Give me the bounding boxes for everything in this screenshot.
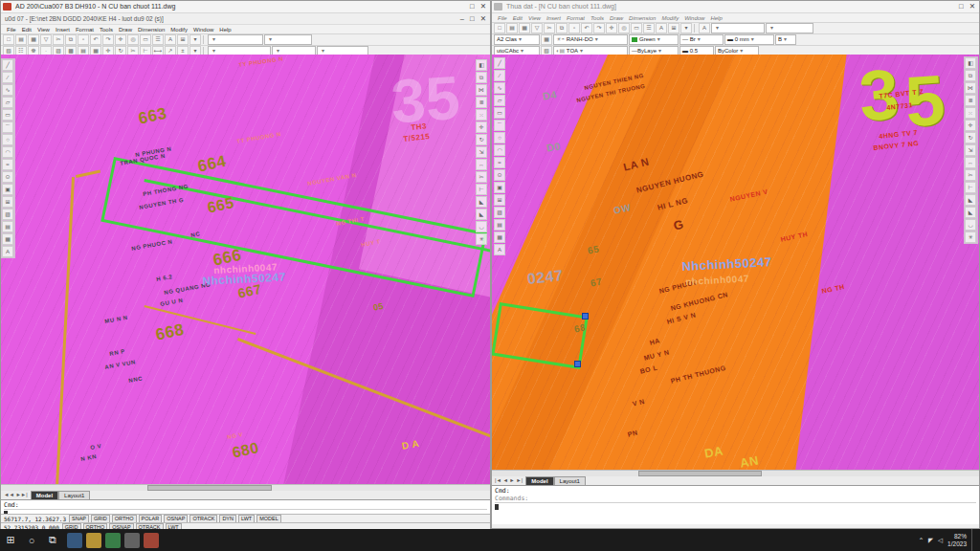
line-icon[interactable]: ╱: [2, 59, 13, 71]
rect-icon[interactable]: ▭: [2, 109, 13, 121]
line-icon[interactable]: ╱: [494, 57, 505, 69]
tab-model[interactable]: Model: [525, 476, 553, 485]
spline-icon[interactable]: ≈: [494, 157, 505, 168]
tab-nav-arrows[interactable]: ◄◄ ►►|: [1, 491, 31, 499]
right-dimstyle-dropdown[interactable]: ▾: [766, 23, 813, 33]
rect-icon[interactable]: ▭: [494, 107, 505, 119]
copy-icon[interactable]: ⧉: [965, 70, 976, 81]
erase-icon[interactable]: ◧: [476, 59, 487, 71]
menu-item[interactable]: View: [37, 27, 50, 33]
text-icon[interactable]: A: [494, 244, 505, 255]
left-command-area[interactable]: Cmd:: [1, 499, 490, 514]
undo-icon[interactable]: ↶: [581, 23, 592, 33]
right-modify-toolbar[interactable]: ◧⧉⋈≣⁙✛↻⇲↔✂⊢◣◣◡✳: [964, 56, 978, 244]
region-icon[interactable]: ▤: [494, 219, 505, 231]
show-desktop-button[interactable]: [971, 529, 976, 551]
zoom-icon[interactable]: ◎: [618, 23, 630, 33]
lineweight-dropdown[interactable]: ▬ 0 mm▾: [724, 34, 774, 45]
grip-point[interactable]: [574, 361, 581, 367]
open-icon[interactable]: ▤: [506, 23, 518, 33]
new-icon[interactable]: □: [3, 34, 14, 45]
text-icon[interactable]: A: [2, 246, 13, 257]
left-child-controls[interactable]: – □ ✕: [460, 13, 488, 24]
fillet-icon[interactable]: ◡: [476, 221, 487, 232]
right-command-area[interactable]: Cmd: Commands:: [492, 485, 979, 524]
list-icon[interactable]: ☰: [152, 34, 164, 45]
left-draw-toolbar[interactable]: ╱∕∿▱▭⌒○◠≈⊙▣⊞▨▤▦A: [1, 58, 15, 258]
network-icon[interactable]: ◤: [928, 537, 933, 544]
text-icon[interactable]: A: [165, 34, 176, 45]
workspace-dropdown[interactable]: A2 Clas▾: [494, 34, 540, 45]
taskbar-app-icon[interactable]: [105, 533, 121, 548]
cut-icon[interactable]: ✂: [544, 23, 555, 33]
array-icon[interactable]: ⁙: [965, 107, 976, 119]
plot-icon[interactable]: ▽: [531, 23, 543, 33]
menu-item[interactable]: Insert: [56, 27, 70, 33]
zoom-icon[interactable]: ◎: [127, 34, 139, 45]
linetype-dropdown[interactable]: — Br▾: [679, 34, 724, 45]
array-icon[interactable]: ⁙: [476, 109, 487, 121]
layer-dropdown[interactable]: ☀◓ RANH-DO▾: [553, 34, 628, 45]
offset-icon[interactable]: ≣: [476, 97, 487, 108]
menu-item[interactable]: Modify: [170, 27, 188, 33]
volume-icon[interactable]: ◁: [938, 537, 943, 544]
right-drawing-area[interactable]: 3 5 T7C BVT T Z 4N7731 4HNG TV 7 BNOVY 7…: [492, 55, 979, 470]
extend-icon[interactable]: ⊢: [476, 184, 487, 195]
menu-item[interactable]: Window: [193, 27, 213, 33]
menu-item[interactable]: File: [7, 27, 16, 33]
arc-icon[interactable]: ⌒: [2, 121, 13, 133]
save-icon[interactable]: ▦: [519, 23, 530, 33]
redo-icon[interactable]: ↷: [593, 23, 605, 33]
left-child-titlebar[interactable]: u0d 07 - [E:\net 2BN DGDD 2040\KE H4 - l…: [1, 13, 490, 25]
explode-icon[interactable]: ✳: [476, 233, 487, 245]
chamfer-icon[interactable]: ◣: [965, 207, 976, 218]
offset-icon[interactable]: ≣: [965, 95, 976, 106]
table-icon[interactable]: ▦: [2, 233, 13, 245]
polygon-icon[interactable]: ▱: [2, 97, 13, 108]
circle-icon[interactable]: ○: [494, 132, 505, 143]
down-icon[interactable]: ▾: [680, 23, 692, 33]
menu-item[interactable]: Draw: [610, 15, 623, 21]
block-icon[interactable]: ⊞: [668, 23, 679, 33]
new-icon[interactable]: □: [494, 23, 505, 33]
tray-expand-icon[interactable]: ⌃: [919, 537, 924, 544]
ellipse-icon[interactable]: ⊙: [494, 169, 505, 181]
explode-icon[interactable]: ✳: [965, 231, 976, 243]
spline-icon[interactable]: ≈: [2, 159, 13, 170]
block-icon[interactable]: ⊞: [177, 34, 189, 45]
cloud-icon[interactable]: ◠: [2, 146, 13, 158]
menu-item[interactable]: Format: [76, 27, 94, 33]
cut-icon[interactable]: ✂: [53, 34, 64, 45]
rect-icon[interactable]: ▭: [140, 34, 151, 45]
copy-icon[interactable]: ⧉: [65, 34, 77, 45]
start-button[interactable]: ⊞: [0, 534, 21, 546]
down-icon[interactable]: ▾: [189, 34, 201, 45]
pan-icon[interactable]: ✛: [115, 34, 126, 45]
menu-item[interactable]: Format: [567, 15, 585, 21]
cloud-icon[interactable]: ◠: [494, 144, 505, 156]
insert-icon[interactable]: ▣: [2, 184, 13, 195]
menu-item[interactable]: Tools: [590, 15, 604, 21]
menu-item[interactable]: Draw: [119, 27, 132, 33]
copy-icon[interactable]: ⧉: [556, 23, 568, 33]
left-standard-toolbar[interactable]: □▤▦▽✂⧉▫↶↷✛◎▭☰A⊞▾: [3, 34, 201, 45]
open-icon[interactable]: ▤: [15, 34, 27, 45]
break-icon[interactable]: ◣: [476, 196, 487, 208]
right-draw-toolbar[interactable]: ╱∕∿▱▭⌒○◠≈⊙▣⊞▨▤▦A: [493, 56, 507, 256]
stretch-icon[interactable]: ↔: [965, 157, 976, 168]
right-standard-toolbar[interactable]: □▤▦▽✂⧉▫↶↷✛◎▭☰A⊞▾: [494, 23, 692, 33]
tab-layout1[interactable]: Layout1: [58, 491, 90, 499]
right-textstyle-dropdown[interactable]: ▾: [711, 23, 765, 33]
menu-item[interactable]: Edit: [22, 27, 32, 33]
polygon-icon[interactable]: ▱: [494, 95, 505, 106]
block-icon[interactable]: ⊞: [494, 194, 505, 206]
layer-manager-icon[interactable]: ▦: [541, 34, 552, 45]
paste-icon[interactable]: ▫: [78, 34, 89, 45]
menu-item[interactable]: Help: [710, 15, 722, 21]
insert-icon[interactable]: ▣: [494, 182, 505, 193]
taskbar-app-icon[interactable]: [124, 533, 140, 548]
color-dropdown[interactable]: Green▾: [629, 34, 679, 45]
taskbar-app-icon[interactable]: [67, 533, 82, 548]
menu-item[interactable]: Dimension: [629, 15, 656, 21]
tab-model[interactable]: Model: [31, 491, 58, 499]
